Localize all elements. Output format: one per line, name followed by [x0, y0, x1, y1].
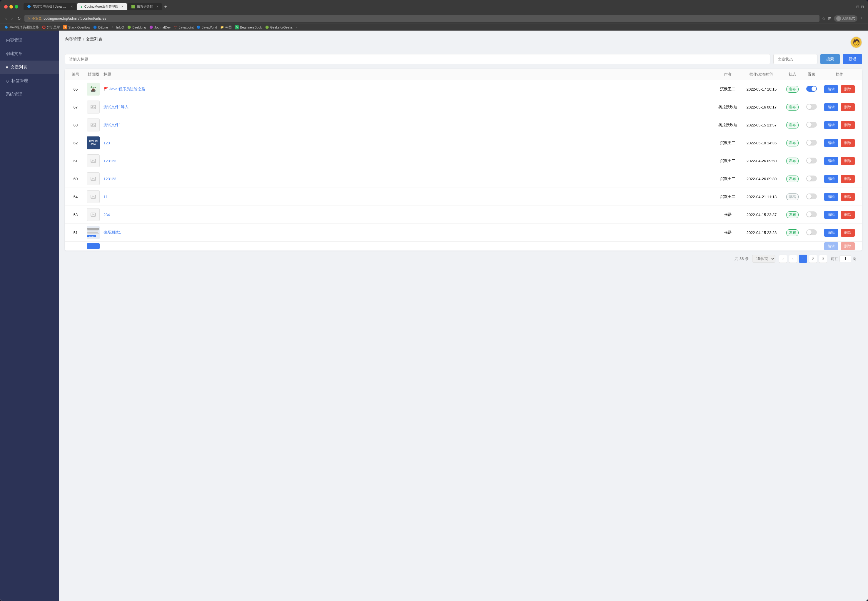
- bookmark-java[interactable]: 🔷 Java程序员进阶之路: [4, 25, 39, 29]
- page-btn-3[interactable]: 3: [819, 255, 827, 263]
- row-top-53[interactable]: [803, 211, 821, 218]
- bookmark-infoq[interactable]: ℹ InfoQ: [111, 25, 124, 29]
- title-link-60[interactable]: 123123: [104, 177, 116, 181]
- delete-button-63[interactable]: 删除: [841, 121, 855, 129]
- toggle-67[interactable]: [806, 104, 817, 110]
- delete-button-51[interactable]: 删除: [841, 229, 855, 237]
- maximize-button[interactable]: [15, 5, 18, 9]
- page-btn-1[interactable]: 1: [799, 255, 807, 263]
- edit-button-67[interactable]: 编辑: [824, 103, 838, 111]
- page-next-btn[interactable]: ›: [789, 255, 797, 263]
- delete-button-67[interactable]: 删除: [841, 103, 855, 111]
- bookmark-dzone[interactable]: 🔵 DZone: [93, 25, 108, 29]
- bookmark-zhishi[interactable]: ⭕ 知识星球: [42, 25, 60, 29]
- toggle-65[interactable]: [806, 86, 817, 92]
- row-top-67[interactable]: [803, 104, 821, 111]
- edit-button-63[interactable]: 编辑: [824, 121, 838, 129]
- new-button[interactable]: 新增: [843, 54, 862, 64]
- edit-button-54[interactable]: 编辑: [824, 193, 838, 201]
- row-top-61[interactable]: [803, 158, 821, 164]
- bookmark-beginners[interactable]: B BeginnersBook: [235, 25, 262, 29]
- bookmarks-more[interactable]: »: [296, 26, 297, 29]
- menu-button[interactable]: ⋮: [860, 16, 864, 21]
- search-input[interactable]: [65, 54, 770, 64]
- toggle-51[interactable]: [806, 229, 817, 235]
- delete-button-65[interactable]: 删除: [841, 85, 855, 93]
- toggle-62[interactable]: [806, 140, 817, 146]
- bookmark-gfg[interactable]: 🟢 GeeksforGeeks: [265, 25, 293, 29]
- page-btn-2[interactable]: 2: [809, 255, 817, 263]
- bookmark-journaldev[interactable]: 🟣 JournalDev: [149, 25, 171, 29]
- title-link-51[interactable]: 张磊测试1: [104, 230, 121, 235]
- row-top-51[interactable]: [803, 229, 821, 236]
- minimize-button[interactable]: [9, 5, 13, 9]
- sidebar-item-system-management[interactable]: 系统管理: [0, 88, 59, 101]
- edit-button-65[interactable]: 编辑: [824, 85, 838, 93]
- delete-button-61[interactable]: 删除: [841, 157, 855, 165]
- search-button[interactable]: 搜索: [821, 54, 840, 64]
- delete-button-62[interactable]: 删除: [841, 139, 855, 147]
- delete-button-60[interactable]: 删除: [841, 175, 855, 183]
- sidebar-toggle-button[interactable]: ⊞: [828, 16, 831, 21]
- row-top-62[interactable]: [803, 140, 821, 146]
- tab3-close[interactable]: ✕: [156, 5, 159, 8]
- row-top-65[interactable]: [803, 86, 821, 93]
- sidebar-item-tag-management[interactable]: ◇ 标签管理: [0, 74, 59, 88]
- delete-button-54[interactable]: 删除: [841, 193, 855, 201]
- article-list-label: 文章列表: [11, 65, 27, 70]
- avatar[interactable]: 🧑: [850, 37, 862, 48]
- tab-1[interactable]: 🔷 安装宝塔面板 | Java 程序员进阶... ✕: [23, 3, 76, 10]
- bookmark-star-button[interactable]: ☆: [822, 16, 826, 21]
- edit-button-62[interactable]: 编辑: [824, 139, 838, 147]
- url-bar[interactable]: ⚠ 不安全 codingmore.top/admin/#/content/art…: [24, 15, 819, 22]
- tab1-close[interactable]: ✕: [70, 5, 73, 8]
- back-button[interactable]: ‹: [4, 15, 8, 21]
- bookmark-stackoverflow[interactable]: S Stack Overflow: [63, 25, 90, 29]
- toggle-54[interactable]: [806, 194, 817, 199]
- new-tab-button[interactable]: +: [163, 4, 169, 9]
- title-link-54[interactable]: 11: [104, 195, 108, 199]
- title-link-53[interactable]: 234: [104, 213, 110, 217]
- bookmark-baeldung[interactable]: 🟢 Baeldung: [127, 25, 146, 29]
- edit-button-61[interactable]: 编辑: [824, 157, 838, 165]
- tab2-close[interactable]: ✕: [121, 5, 124, 8]
- bookmark-dotu[interactable]: 📁 斗图: [220, 25, 232, 29]
- row-author-65: 沉默王二: [714, 87, 741, 92]
- title-link-65[interactable]: 🚩Java 程序员进阶之路: [104, 87, 145, 91]
- tab-3[interactable]: 🟩 编程进阶网 ✕: [128, 3, 162, 10]
- sidebar-item-article-list[interactable]: ≡ 文章列表: [0, 61, 59, 74]
- toggle-63[interactable]: [806, 122, 817, 128]
- close-button[interactable]: [4, 5, 8, 9]
- status-select[interactable]: [773, 54, 818, 64]
- row-top-63[interactable]: [803, 122, 821, 128]
- toggle-61[interactable]: [806, 158, 817, 163]
- reload-button[interactable]: ↻: [16, 15, 22, 21]
- tab-2[interactable]: ● CodingMore后台管理端 ✕: [77, 3, 127, 10]
- title-link-67[interactable]: 测试文件1导入: [104, 105, 128, 109]
- toggle-60[interactable]: [806, 175, 817, 182]
- edit-button-53[interactable]: 编辑: [824, 211, 838, 219]
- sidebar-item-create-article[interactable]: 创建文章: [0, 47, 59, 61]
- toggle-53[interactable]: [806, 211, 817, 217]
- row-top-54[interactable]: [803, 194, 821, 200]
- page-jump-input[interactable]: [839, 255, 851, 262]
- edit-button-partial[interactable]: 编辑: [824, 242, 838, 250]
- edit-button-60[interactable]: 编辑: [824, 175, 838, 183]
- profile-button[interactable]: 无痕模式: [834, 15, 857, 22]
- bookmark-javaworld[interactable]: 🔵 JavaWorld: [197, 25, 217, 29]
- window-control-max[interactable]: ⊡: [861, 5, 864, 9]
- forward-button[interactable]: ›: [10, 15, 14, 21]
- row-action-62: 编辑 删除: [821, 139, 859, 147]
- sidebar-item-content-management[interactable]: 内容管理: [0, 34, 59, 47]
- edit-button-51[interactable]: 编辑: [824, 229, 838, 237]
- delete-button-partial[interactable]: 删除: [841, 242, 855, 250]
- window-control-min[interactable]: ⊟: [856, 5, 859, 9]
- per-page-select[interactable]: 15条/页 10条/页 20条/页: [752, 255, 775, 262]
- title-link-62[interactable]: 123: [104, 141, 110, 145]
- delete-button-53[interactable]: 删除: [841, 211, 855, 219]
- row-top-60[interactable]: [803, 175, 821, 182]
- page-prev-btn[interactable]: ‹: [779, 255, 787, 263]
- bookmark-javatpoint[interactable]: ▽ Javatpoint: [174, 25, 194, 29]
- title-link-63[interactable]: 测试文件1: [104, 123, 121, 127]
- title-link-61[interactable]: 123123: [104, 159, 116, 163]
